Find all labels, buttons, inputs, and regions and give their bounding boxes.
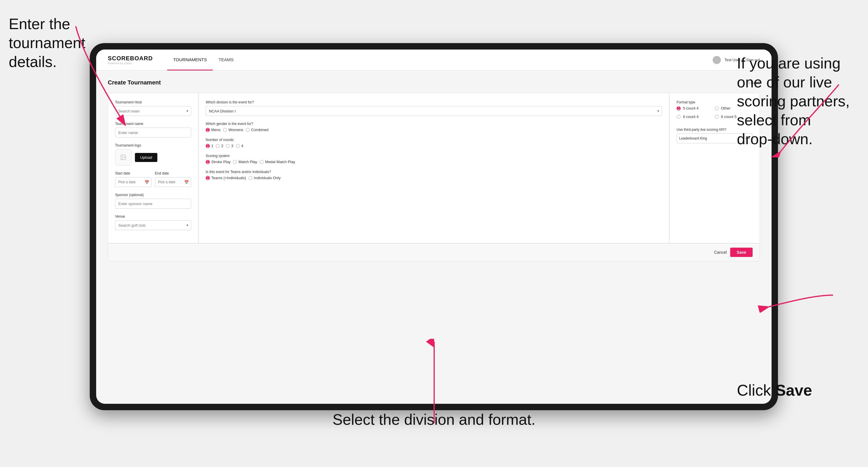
division-select[interactable]: NCAA Division I [206, 106, 662, 116]
rounds-radio-group: 1 2 3 [206, 144, 662, 148]
cancel-button[interactable]: Cancel [714, 250, 727, 255]
scoring-medal-match[interactable]: Medal Match Play [259, 160, 295, 164]
end-date-wrapper: 📅 [155, 177, 191, 187]
format-5count4-radio [677, 106, 681, 111]
scoring-radio-group: Stroke Play Match Play Medal Match Play [206, 160, 662, 164]
annotation-bottomright: Click Save [737, 380, 859, 400]
dates-section: Start date 📅 End date [115, 171, 191, 187]
rounds-1[interactable]: 1 [206, 144, 213, 148]
division-wrapper: NCAA Division I [206, 106, 662, 116]
date-row: Start date 📅 End date [115, 171, 191, 187]
page-title: Create Tournament [108, 79, 161, 86]
logo-subtitle: Powered by clippit [108, 62, 153, 65]
individuals-radio [249, 176, 253, 180]
start-date-label: Start date [115, 171, 152, 176]
start-date-wrapper: 📅 [115, 177, 152, 187]
rounds-4[interactable]: 4 [236, 144, 243, 148]
format-6count5-label: 6 count 5 [721, 115, 737, 119]
tournament-logo-section: Tournament logo [115, 143, 191, 165]
rounds-section: Number of rounds 1 2 [206, 138, 662, 148]
gender-womens-radio [223, 128, 227, 132]
tournament-host-wrapper [115, 106, 191, 116]
scoring-stroke[interactable]: Stroke Play [206, 160, 230, 164]
gender-radio-group: Mens Womens Combined [206, 128, 662, 132]
app-container: SCOREBOARD Powered by clippit TOURNAMENT… [96, 50, 772, 404]
scoring-match-label: Match Play [238, 160, 257, 164]
gender-mens[interactable]: Mens [206, 128, 221, 132]
live-scoring-input[interactable] [679, 136, 745, 141]
rounds-3[interactable]: 3 [225, 144, 233, 148]
individuals-only[interactable]: Individuals Only [249, 176, 281, 180]
form-col-2: Which division is the event for? NCAA Di… [198, 93, 669, 243]
tournament-name-label: Tournament name [115, 122, 191, 126]
scoring-match[interactable]: Match Play [233, 160, 257, 164]
division-section: Which division is the event for? NCAA Di… [206, 100, 662, 116]
navbar: SCOREBOARD Powered by clippit TOURNAMENT… [96, 50, 772, 70]
individuals-only-label: Individuals Only [254, 176, 281, 180]
format-other-radio [715, 106, 719, 111]
svg-point-1 [122, 156, 123, 157]
format-6count4-radio [677, 115, 681, 119]
rounds-4-label: 4 [241, 144, 243, 148]
teams-plus-individuals[interactable]: Teams (+Individuals) [206, 176, 246, 180]
gender-combined-radio [246, 128, 250, 132]
format-6count4[interactable]: 6 count 4 [677, 115, 715, 119]
scoring-medal-match-label: Medal Match Play [265, 160, 295, 164]
logo-title: SCOREBOARD [108, 55, 153, 62]
rounds-3-radio [225, 144, 229, 148]
tournament-host-section: Tournament Host [115, 100, 191, 116]
logo-placeholder [115, 149, 131, 165]
end-date-label: End date [155, 171, 191, 176]
sponsor-section: Sponsor (optional) [115, 193, 191, 209]
teams-section: Is this event for Teams and/or Individua… [206, 170, 662, 180]
nav-link-tournaments[interactable]: TOURNAMENTS [167, 50, 213, 70]
annotation-topleft: Enter the tournament details. [9, 14, 111, 71]
scoring-label: Scoring system [206, 154, 662, 158]
teams-radio [206, 176, 210, 180]
tournament-name-input[interactable] [115, 128, 191, 137]
gender-combined-label: Combined [251, 128, 268, 132]
form-col-1: Tournament Host Tournament name [108, 93, 198, 243]
format-other-label: Other [721, 106, 731, 111]
teams-label: Is this event for Teams and/or Individua… [206, 170, 662, 174]
create-tournament-form: Tournament Host Tournament name [108, 93, 760, 261]
rounds-2[interactable]: 2 [216, 144, 223, 148]
save-button[interactable]: Save [730, 248, 753, 257]
upload-button[interactable]: Upload [135, 153, 157, 162]
end-calendar-icon: 📅 [184, 180, 189, 184]
venue-input[interactable] [115, 220, 191, 230]
gender-label: Which gender is the event for? [206, 122, 662, 126]
rounds-3-label: 3 [231, 144, 233, 148]
tournament-host-input[interactable] [115, 106, 191, 116]
start-date-section: Start date 📅 [115, 171, 152, 187]
logo-upload-area: Upload [115, 149, 191, 165]
gender-combined[interactable]: Combined [246, 128, 268, 132]
gender-womens-label: Womens [228, 128, 243, 132]
venue-label: Venue [115, 214, 191, 218]
user-avatar [713, 56, 721, 64]
scoring-stroke-radio [206, 160, 210, 164]
gender-womens[interactable]: Womens [223, 128, 243, 132]
tablet-screen: SCOREBOARD Powered by clippit TOURNAMENT… [96, 50, 772, 404]
scoring-stroke-label: Stroke Play [211, 160, 230, 164]
scoring-match-radio [233, 160, 237, 164]
gender-mens-radio [206, 128, 210, 132]
format-5count4[interactable]: 5 count 4 [677, 106, 715, 111]
nav-links: TOURNAMENTS TEAMS [167, 50, 239, 70]
tournament-logo-label: Tournament logo [115, 143, 191, 148]
scoring-medal-match-radio [259, 160, 264, 164]
sponsor-input[interactable] [115, 199, 191, 209]
page-header: Create Tournament ‹ Back [108, 79, 760, 86]
format-5count4-label: 5 count 4 [683, 106, 699, 111]
nav-link-teams[interactable]: TEAMS [213, 50, 240, 70]
scoring-section: Scoring system Stroke Play Match Play [206, 154, 662, 164]
end-date-section: End date 📅 [155, 171, 191, 187]
rounds-label: Number of rounds [206, 138, 662, 142]
rounds-2-radio [216, 144, 220, 148]
main-content: Create Tournament ‹ Back Tournament Host [96, 70, 772, 404]
tablet-frame: SCOREBOARD Powered by clippit TOURNAMENT… [90, 43, 778, 410]
image-icon [120, 154, 126, 160]
venue-section: Venue [115, 214, 191, 230]
gender-mens-label: Mens [211, 128, 221, 132]
start-calendar-icon: 📅 [145, 180, 149, 184]
